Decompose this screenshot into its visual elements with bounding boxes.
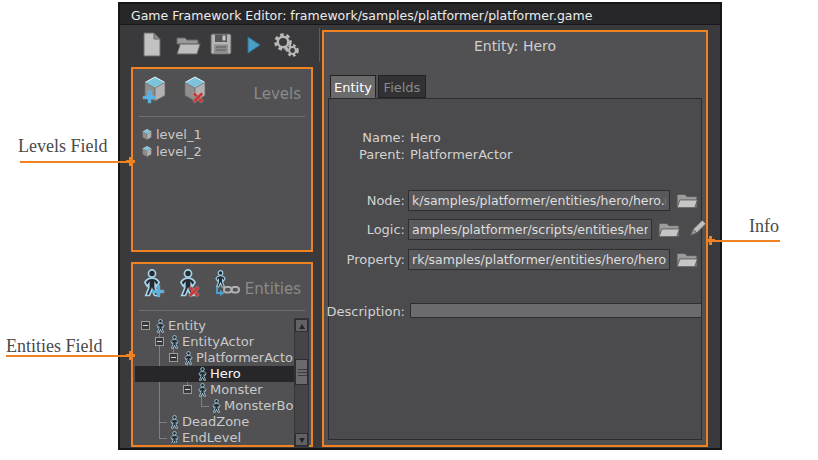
levels-panel-label: Levels (254, 85, 301, 103)
levels-toolbar-separator (139, 116, 305, 117)
delete-level-button[interactable] (181, 75, 209, 103)
collapse-icon[interactable] (155, 337, 164, 346)
annotation-cross-info (706, 236, 715, 245)
entity-icon (155, 319, 166, 333)
entity-icon (197, 383, 208, 397)
delete-level-icon (181, 88, 209, 107)
folder-icon (658, 221, 680, 238)
save-button[interactable] (210, 33, 238, 61)
play-icon (246, 39, 262, 58)
title-bar[interactable]: Game Framework Editor: framework/samples… (120, 4, 720, 25)
settings-gears-icon (272, 44, 300, 63)
annotation-line-levels (20, 161, 129, 163)
scroll-down-button[interactable] (295, 433, 308, 446)
scrollbar-thumb[interactable] (295, 359, 308, 385)
toolbar-separator (319, 28, 320, 62)
logic-browse-button[interactable] (658, 221, 682, 241)
description-input[interactable] (410, 303, 702, 318)
folder-icon (676, 192, 698, 209)
entity-icon (197, 367, 208, 381)
window-title: Game Framework Editor: framework/samples… (131, 8, 592, 23)
entity-icon (183, 351, 194, 365)
tree-item-monster[interactable]: Monster (135, 382, 294, 398)
parent-label: Parent: (324, 147, 405, 162)
collapse-icon[interactable] (141, 321, 150, 330)
add-level-button[interactable] (141, 75, 169, 103)
logic-edit-button[interactable] (686, 218, 710, 238)
node-path-input[interactable] (408, 190, 670, 211)
new-file-icon (142, 42, 162, 61)
annotation-info: Info (749, 216, 779, 237)
annotation-cross-levels (126, 157, 135, 166)
app-window: Game Framework Editor: framework/samples… (118, 2, 722, 450)
scroll-up-button[interactable] (295, 319, 308, 332)
property-label: Property: (324, 252, 405, 267)
tree-item-deadzone[interactable]: DeadZone (135, 414, 294, 430)
node-browse-button[interactable] (676, 192, 700, 212)
add-entity-button[interactable] (141, 269, 169, 297)
level-icon (141, 128, 153, 144)
entities-tree: Entity EntityActor PlatformerActor Hero (135, 316, 294, 443)
arrow-up-icon (299, 324, 305, 329)
tree-item-entityactor[interactable]: EntityActor (135, 334, 294, 350)
link-entity-button[interactable] (213, 270, 241, 298)
screenshot-canvas: Game Framework Editor: framework/samples… (0, 0, 818, 460)
collapse-icon[interactable] (169, 353, 178, 362)
entity-icon (169, 415, 180, 429)
annotation-levels-field: Levels Field (18, 136, 107, 157)
entity-icon (169, 431, 180, 443)
tree-scrollbar[interactable] (294, 318, 309, 447)
annotation-line-entities (6, 355, 129, 357)
annotation-line-info (710, 240, 780, 242)
name-value: Hero (410, 130, 441, 145)
delete-entity-icon (177, 282, 199, 301)
logic-path-input[interactable] (408, 219, 652, 240)
info-panel-header: Entity: Hero (324, 38, 706, 54)
tree-item-entity[interactable]: Entity (135, 318, 294, 334)
tree-item-endlevel[interactable]: EndLevel (135, 430, 294, 443)
open-file-button[interactable] (176, 35, 204, 63)
entities-panel: Entities Entity (131, 262, 313, 447)
entities-panel-label: Entities (245, 280, 301, 298)
levels-panel: Levels level_1 level_2 (131, 67, 313, 252)
add-level-icon (141, 88, 169, 107)
arrow-down-icon (299, 438, 305, 443)
tab-fields[interactable]: Fields (378, 75, 426, 98)
settings-button[interactable] (272, 31, 300, 59)
property-path-input[interactable] (408, 249, 670, 270)
info-panel: Entity: Hero Entity Fields Name: Hero Pa… (322, 30, 708, 447)
entity-icon (211, 399, 222, 413)
run-button[interactable] (246, 36, 274, 64)
tree-item-platformeractor[interactable]: PlatformerActor (135, 350, 294, 366)
delete-entity-button[interactable] (177, 269, 205, 297)
level-icon (141, 145, 153, 161)
logic-label: Logic: (324, 222, 405, 237)
annotation-entities-field: Entities Field (6, 336, 103, 357)
entity-icon (169, 335, 180, 349)
description-label: Description: (324, 304, 405, 319)
add-entity-icon (141, 282, 163, 301)
folder-icon (676, 251, 698, 268)
pencil-icon (686, 218, 708, 240)
tree-item-hero-selected[interactable]: Hero (135, 366, 294, 382)
new-file-button[interactable] (142, 32, 170, 60)
parent-value: PlatformerActor (410, 147, 512, 162)
annotation-cross-entities (126, 351, 135, 360)
entities-toolbar-separator (139, 310, 305, 311)
name-label: Name: (324, 130, 405, 145)
node-label: Node: (324, 193, 405, 208)
save-icon (210, 40, 232, 59)
open-folder-icon (176, 40, 201, 59)
property-browse-button[interactable] (676, 251, 700, 271)
tab-entity[interactable]: Entity (330, 75, 376, 98)
tree-item-monsterboss[interactable]: MonsterBoss (135, 398, 294, 414)
collapse-icon[interactable] (183, 385, 192, 394)
